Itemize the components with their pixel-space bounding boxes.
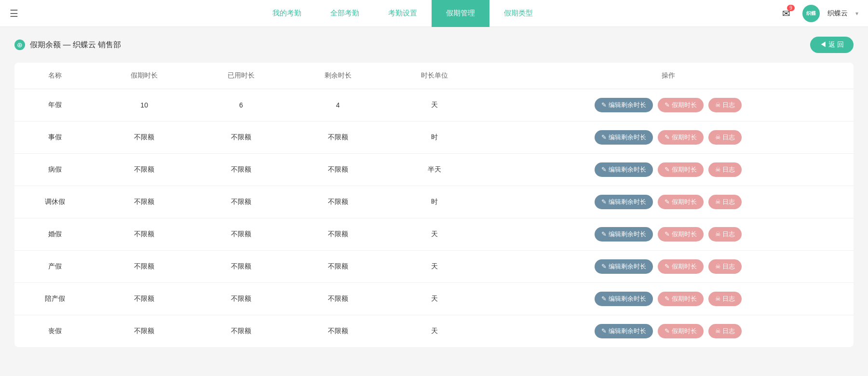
holiday-duration-button[interactable]: ✎ 假期时长 xyxy=(658,292,704,306)
column-header: 操作 xyxy=(483,63,854,89)
cell-remaining: 不限额 xyxy=(289,154,386,186)
cell-duration: 10 xyxy=(96,89,193,121)
cell-duration: 不限额 xyxy=(96,283,193,315)
holiday-duration-button[interactable]: ✎ 假期时长 xyxy=(658,324,704,338)
cell-actions: ✎ 编辑剩余时长✎ 假期时长☠ 日志 xyxy=(483,218,854,251)
holiday-duration-button[interactable]: ✎ 假期时长 xyxy=(658,162,704,177)
nav-tab-holiday-types[interactable]: 假期类型 xyxy=(489,0,547,27)
cell-used: 不限额 xyxy=(192,283,289,315)
table-row: 陪产假不限额不限额不限额天✎ 编辑剩余时长✎ 假期时长☠ 日志 xyxy=(14,283,854,315)
page-content: ⊕ 假期余额 — 织蝶云 销售部 ◀ 返 回 名称假期时长已用时长剩余时长时长单… xyxy=(0,27,868,376)
action-buttons: ✎ 编辑剩余时长✎ 假期时长☠ 日志 xyxy=(491,195,846,209)
chevron-down-icon[interactable]: ▾ xyxy=(855,10,858,17)
edit-remaining-button[interactable]: ✎ 编辑剩余时长 xyxy=(595,130,653,145)
holiday-duration-button[interactable]: ✎ 假期时长 xyxy=(658,227,704,242)
edit-remaining-button[interactable]: ✎ 编辑剩余时长 xyxy=(595,227,653,242)
cell-actions: ✎ 编辑剩余时长✎ 假期时长☠ 日志 xyxy=(483,89,854,121)
cell-unit: 时 xyxy=(386,186,483,218)
table-row: 年假1064天✎ 编辑剩余时长✎ 假期时长☠ 日志 xyxy=(14,89,854,121)
cell-remaining: 不限额 xyxy=(289,251,386,283)
column-header: 时长单位 xyxy=(386,63,483,89)
edit-remaining-button[interactable]: ✎ 编辑剩余时长 xyxy=(595,292,653,306)
log-button[interactable]: ☠ 日志 xyxy=(708,259,742,274)
menu-icon[interactable]: ☰ xyxy=(10,8,18,19)
back-button[interactable]: ◀ 返 回 xyxy=(810,37,854,53)
log-button[interactable]: ☠ 日志 xyxy=(708,162,742,177)
holiday-duration-button[interactable]: ✎ 假期时长 xyxy=(658,195,704,209)
log-button[interactable]: ☠ 日志 xyxy=(708,292,742,306)
cell-name: 产假 xyxy=(14,251,96,283)
action-buttons: ✎ 编辑剩余时长✎ 假期时长☠ 日志 xyxy=(491,324,846,338)
action-buttons: ✎ 编辑剩余时长✎ 假期时长☠ 日志 xyxy=(491,130,846,145)
cell-remaining: 不限额 xyxy=(289,121,386,154)
cell-duration: 不限额 xyxy=(96,154,193,186)
log-button[interactable]: ☠ 日志 xyxy=(708,195,742,209)
holiday-duration-button[interactable]: ✎ 假期时长 xyxy=(658,259,704,274)
cell-duration: 不限额 xyxy=(96,218,193,251)
cell-name: 调休假 xyxy=(14,186,96,218)
cell-actions: ✎ 编辑剩余时长✎ 假期时长☠ 日志 xyxy=(483,154,854,186)
nav-tab-holiday-management[interactable]: 假期管理 xyxy=(432,0,489,27)
table-row: 事假不限额不限额不限额时✎ 编辑剩余时长✎ 假期时长☠ 日志 xyxy=(14,121,854,154)
log-button[interactable]: ☠ 日志 xyxy=(708,227,742,242)
title-icon: ⊕ xyxy=(14,40,25,50)
cell-remaining: 不限额 xyxy=(289,218,386,251)
nav-tab-all-attendance[interactable]: 全部考勤 xyxy=(316,0,374,27)
notification-button[interactable]: ✉ 9 xyxy=(777,5,795,22)
action-buttons: ✎ 编辑剩余时长✎ 假期时长☠ 日志 xyxy=(491,259,846,274)
cell-used: 不限额 xyxy=(192,251,289,283)
cell-used: 6 xyxy=(192,89,289,121)
cell-name: 年假 xyxy=(14,89,96,121)
cell-unit: 天 xyxy=(386,283,483,315)
cell-actions: ✎ 编辑剩余时长✎ 假期时长☠ 日志 xyxy=(483,121,854,154)
log-button[interactable]: ☠ 日志 xyxy=(708,324,742,338)
action-buttons: ✎ 编辑剩余时长✎ 假期时长☠ 日志 xyxy=(491,162,846,177)
log-button[interactable]: ☠ 日志 xyxy=(708,98,742,112)
cell-actions: ✎ 编辑剩余时长✎ 假期时长☠ 日志 xyxy=(483,283,854,315)
column-header: 假期时长 xyxy=(96,63,193,89)
table-container: 名称假期时长已用时长剩余时长时长单位操作 年假1064天✎ 编辑剩余时长✎ 假期… xyxy=(14,63,854,347)
cell-duration: 不限额 xyxy=(96,315,193,348)
edit-remaining-button[interactable]: ✎ 编辑剩余时长 xyxy=(595,162,653,177)
edit-remaining-button[interactable]: ✎ 编辑剩余时长 xyxy=(595,195,653,209)
cell-used: 不限额 xyxy=(192,154,289,186)
cell-unit: 天 xyxy=(386,218,483,251)
cell-name: 陪产假 xyxy=(14,283,96,315)
title-bar: ⊕ 假期余额 — 织蝶云 销售部 ◀ 返 回 xyxy=(14,37,854,53)
cell-name: 婚假 xyxy=(14,218,96,251)
cell-actions: ✎ 编辑剩余时长✎ 假期时长☠ 日志 xyxy=(483,315,854,348)
cell-unit: 天 xyxy=(386,89,483,121)
cell-unit: 天 xyxy=(386,251,483,283)
cell-unit: 时 xyxy=(386,121,483,154)
action-buttons: ✎ 编辑剩余时长✎ 假期时长☠ 日志 xyxy=(491,227,846,242)
cell-name: 事假 xyxy=(14,121,96,154)
edit-remaining-button[interactable]: ✎ 编辑剩余时长 xyxy=(595,98,653,112)
cell-used: 不限额 xyxy=(192,121,289,154)
cell-duration: 不限额 xyxy=(96,251,193,283)
log-button[interactable]: ☠ 日志 xyxy=(708,130,742,145)
edit-remaining-button[interactable]: ✎ 编辑剩余时长 xyxy=(595,259,653,274)
cell-remaining: 不限额 xyxy=(289,315,386,348)
column-header: 剩余时长 xyxy=(289,63,386,89)
holiday-duration-button[interactable]: ✎ 假期时长 xyxy=(658,130,704,145)
cell-actions: ✎ 编辑剩余时长✎ 假期时长☠ 日志 xyxy=(483,251,854,283)
avatar[interactable]: 织蝶 xyxy=(802,5,820,22)
table-body: 年假1064天✎ 编辑剩余时长✎ 假期时长☠ 日志事假不限额不限额不限额时✎ 编… xyxy=(14,89,854,348)
holiday-duration-button[interactable]: ✎ 假期时长 xyxy=(658,98,704,112)
user-name[interactable]: 织蝶云 xyxy=(827,9,848,18)
action-buttons: ✎ 编辑剩余时长✎ 假期时长☠ 日志 xyxy=(491,98,846,112)
column-header: 已用时长 xyxy=(192,63,289,89)
cell-remaining: 不限额 xyxy=(289,186,386,218)
table-row: 病假不限额不限额不限额半天✎ 编辑剩余时长✎ 假期时长☠ 日志 xyxy=(14,154,854,186)
table-row: 婚假不限额不限额不限额天✎ 编辑剩余时长✎ 假期时长☠ 日志 xyxy=(14,218,854,251)
table-row: 产假不限额不限额不限额天✎ 编辑剩余时长✎ 假期时长☠ 日志 xyxy=(14,251,854,283)
table-header: 名称假期时长已用时长剩余时长时长单位操作 xyxy=(14,63,854,89)
cell-used: 不限额 xyxy=(192,186,289,218)
title-text: 假期余额 — 织蝶云 销售部 xyxy=(30,40,121,50)
nav-tab-attendance-settings[interactable]: 考勤设置 xyxy=(374,0,432,27)
cell-duration: 不限额 xyxy=(96,121,193,154)
cell-unit: 天 xyxy=(386,315,483,348)
edit-remaining-button[interactable]: ✎ 编辑剩余时长 xyxy=(595,324,653,338)
nav-tab-my-attendance[interactable]: 我的考勤 xyxy=(258,0,316,27)
header-right: ✉ 9 织蝶 织蝶云 ▾ xyxy=(777,5,858,22)
